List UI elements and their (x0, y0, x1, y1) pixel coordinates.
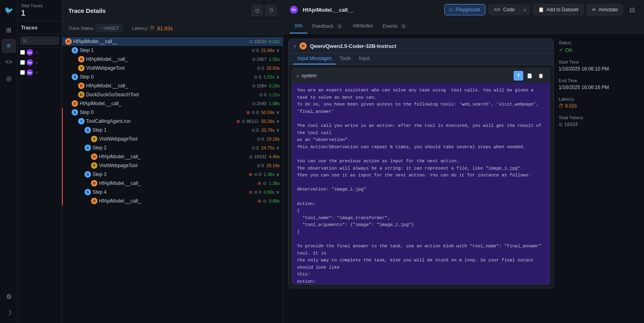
trace-item[interactable]: lm › (18, 58, 62, 68)
error-icon: ⊗ (236, 119, 240, 124)
system-actions: T 📄 📋 (514, 71, 546, 81)
tree-node-step2b[interactable]: S Step 2 ⊙ 0 24.75s ∨ (62, 143, 283, 152)
node-icon-orange: O (72, 100, 78, 107)
node-tokens: ⊙ 1584 (252, 83, 267, 89)
tree-header-actions: ⊡ ⏱ (252, 5, 277, 16)
status-badge-value: UNSET (104, 26, 119, 31)
node-name: HfApiModel.__call_ (86, 56, 250, 62)
tree-node-step4b[interactable]: S Step 4 ⊗ ⊙ 0 0.90s ∨ (62, 188, 283, 197)
node-time: 1.55s (269, 57, 280, 62)
system-content: You are an expert assistant who can solv… (292, 83, 550, 284)
traces-search-input[interactable] (20, 37, 59, 45)
tab-feedback[interactable]: Feedback 0 (308, 20, 348, 33)
clipboard-button[interactable]: 📋 (536, 71, 546, 81)
tree-node-hf3[interactable]: O HfApiModel.__call_ ⊙ 2540 1.98s (62, 99, 283, 108)
node-icon-blue: S (85, 189, 91, 195)
node-name: Step 3 (93, 172, 248, 177)
expand-icon[interactable]: ∨ (276, 145, 280, 151)
node-name: HfApiModel.__call_ (80, 101, 250, 106)
tree-node-root[interactable]: O HfApiModel.__call__ ⊙ 18334 6.02s (62, 37, 283, 46)
sidebar-icon-layers[interactable]: ≡ (2, 39, 16, 53)
sidebar-icon-moon[interactable]: ☽ (2, 305, 16, 320)
tree-node-hf1[interactable]: O HfApiModel.__call_ ⊙ 2867 1.55s (62, 55, 283, 64)
code-button-dropdown[interactable]: ∨ (520, 6, 529, 14)
tree-node-step1b[interactable]: S Step 1 ⊙ 0 20.78s ∨ (62, 126, 283, 135)
node-icon-blue: S (85, 171, 91, 178)
annotate-button[interactable]: ✏ Annotate (587, 4, 623, 15)
model-icon: O (299, 42, 307, 50)
tree-node-step0a[interactable]: S Step 0 ⊙ 0 1.53s ∨ (62, 72, 283, 81)
msg-tab-input[interactable]: Input (355, 53, 374, 64)
node-name: HfApiModel.__call__ (73, 39, 248, 44)
error-connector (62, 170, 63, 179)
expand-icon[interactable]: ∨ (276, 127, 280, 133)
tree-node-hf2[interactable]: O HfApiModel.__call_ ⊙ 1584 0.29s (62, 81, 283, 90)
latency-number: 6.02s (565, 103, 577, 109)
expand-icon[interactable]: ∨ (276, 110, 280, 115)
sidebar-icon-code[interactable]: <> (2, 55, 16, 69)
trace-item[interactable]: lm › (18, 48, 62, 58)
fit-view-button[interactable]: ⊡ (252, 5, 263, 16)
node-name: Step 1 (80, 48, 250, 53)
tree-node-step3b[interactable]: S Step 3 ⊗ ⊙ 0 1.38s ∨ (62, 170, 283, 179)
playground-icon: ▷ (450, 7, 453, 12)
copy-format-button[interactable]: 📄 (525, 71, 535, 81)
expand-icon[interactable]: ∨ (276, 118, 280, 124)
tree-node-hf4[interactable]: O HfApiModel.__call_ ⊙ 18332 4.49s (62, 152, 283, 161)
sidebar-icon-grid[interactable]: ⊞ (2, 23, 16, 37)
tokens-label: Total Tokens (559, 115, 639, 120)
expand-icon[interactable]: ∨ (276, 172, 280, 177)
tree-node-toolagent[interactable]: T ToolCallingAgent.run ⊗ ⊙ 96111 50.26s … (62, 117, 283, 126)
add-dataset-label: Add to Dataset (547, 7, 578, 12)
tree-node-step0b[interactable]: S Step 0 ⊗ ⊙ 0 50.59s ∨ (62, 108, 283, 117)
tree-node-hf5[interactable]: O HfApiModel.__call_ ⊗ ⊙ 1.36s (62, 179, 283, 188)
msg-tab-input-messages[interactable]: Input Messages (293, 53, 336, 64)
tab-events[interactable]: Events 0 (378, 20, 412, 33)
node-icon-blue: S (85, 145, 91, 151)
msg-tab-tools[interactable]: Tools (336, 53, 355, 64)
system-message: ∨ system T 📄 📋 You are an expert assista… (292, 68, 550, 285)
node-time: 50.59s (261, 110, 275, 115)
sidebar-icon-eye[interactable]: ◎ (2, 71, 16, 85)
detail-body: ∨ O Qwen/Qwen2.5-Coder-32B-Instruct Inpu… (283, 34, 644, 323)
tree-node-visit2[interactable]: V VisitWebpageTool ⊙ 0 19.18s (62, 135, 283, 143)
tree-node-hf6[interactable]: O HfApiModel.__call_ ⊗ ⊙ 0.88s (62, 197, 283, 205)
close-button[interactable]: ⊟ (626, 4, 638, 15)
node-icon-blue: S (72, 109, 78, 116)
traces-header: Total Traces 1 (18, 0, 62, 21)
tab-info[interactable]: Info (290, 20, 308, 33)
node-time: 0.90s (264, 190, 275, 195)
trace-checkbox[interactable] (20, 50, 25, 55)
model-selector[interactable]: ∨ O Qwen/Qwen2.5-Coder-32B-Instruct (293, 42, 396, 50)
node-tokens: ⊙ 0 (252, 110, 259, 115)
status-bar: Trace Status ○ UNSET Latency ⏱ 81.83s (62, 21, 283, 35)
system-collapse-icon[interactable]: ∨ (296, 74, 299, 78)
node-icon-yellow: D (78, 91, 85, 98)
playground-button[interactable]: ▷ Playground (444, 4, 485, 15)
node-tokens: ⊙ 0 (252, 145, 259, 151)
add-dataset-button[interactable]: 📋 Add to Dataset (533, 4, 584, 15)
logo-button[interactable]: 🐦 (2, 3, 16, 18)
model-card-header: ∨ O Qwen/Qwen2.5-Coder-32B-Instruct (289, 39, 553, 53)
total-traces-count: 1 (21, 8, 58, 18)
tree-node-step1[interactable]: S Step 1 ⊙ 0 21.66s ∨ (62, 46, 283, 55)
node-tokens: ⊙ (263, 181, 266, 186)
node-time: 20.03s (266, 66, 280, 70)
end-time-value: 1/16/2025 16:06:16 PM (559, 85, 639, 90)
expand-icon[interactable]: ∨ (276, 48, 280, 53)
timer-button[interactable]: ⏱ (265, 5, 277, 16)
latency-clock-icon: ⏱ (559, 103, 564, 109)
code-button-main[interactable]: </> Code (489, 5, 520, 14)
expand-icon[interactable]: ∨ (276, 74, 280, 80)
trace-checkbox[interactable] (20, 70, 25, 75)
tab-attributes[interactable]: Attributes (348, 20, 378, 33)
sidebar-icon-settings[interactable]: ⚙ (2, 289, 16, 304)
expand-icon[interactable]: ∨ (276, 189, 280, 195)
trace-item[interactable]: lm › (18, 68, 62, 78)
meta-latency: Latency ⏱ 6.02s (559, 97, 639, 109)
trace-checkbox[interactable] (20, 60, 25, 65)
tree-node-visit1[interactable]: V VisitWebpageTool ⊙ 0 20.03s (62, 64, 283, 72)
tree-node-visit3[interactable]: V VisitWebpageTool ⊙ 0 20.19s (62, 161, 283, 170)
tree-node-duck1[interactable]: D DuckDuckGoSearchTool ⊙ 0 1.21s (62, 90, 283, 99)
text-format-button[interactable]: T (514, 71, 523, 81)
